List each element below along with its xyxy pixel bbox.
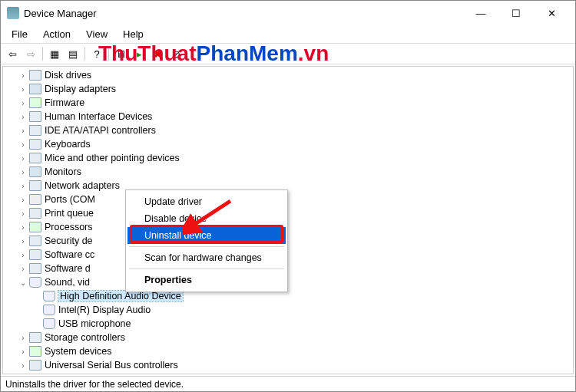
ctx-properties[interactable]: Properties: [127, 272, 286, 288]
expand-icon[interactable]: ›: [18, 334, 28, 342]
tree-item[interactable]: ›Disk drives: [6, 68, 570, 82]
tree-item[interactable]: ›Processors: [6, 220, 570, 234]
menubar: File Action View Help: [1, 25, 575, 43]
expand-icon[interactable]: ›: [18, 223, 28, 232]
expand-icon[interactable]: ›: [18, 99, 28, 107]
expand-icon[interactable]: ›: [18, 265, 28, 273]
window-title: Device Manager: [24, 8, 463, 19]
expand-icon[interactable]: ›: [18, 251, 28, 259]
tree-item[interactable]: ›Display adapters: [6, 82, 570, 96]
app-icon: [7, 7, 19, 19]
tree-item[interactable]: ›IDE ATA/ATAPI controllers: [6, 124, 570, 137]
minimize-button[interactable]: —: [463, 1, 498, 25]
status-text: Uninstalls the driver for the selected d…: [5, 379, 184, 390]
tree-item[interactable]: ›Monitors: [6, 165, 570, 179]
context-menu: Update driver Disable device Uninstall d…: [125, 189, 288, 292]
help-button[interactable]: ?: [88, 45, 105, 62]
disable-button[interactable]: ⊘: [167, 45, 184, 62]
tree-item[interactable]: ›Network adapters: [6, 179, 570, 193]
expand-icon[interactable]: ›: [18, 113, 28, 121]
expand-icon[interactable]: ›: [18, 348, 28, 356]
toolbar: ⇦ ⇨ ▦ ▤ ? 🖥 ▸ ✖ ⊘: [1, 43, 575, 64]
expand-icon[interactable]: ›: [18, 168, 28, 176]
expand-icon[interactable]: ›: [18, 127, 28, 135]
expand-icon[interactable]: ›: [18, 154, 28, 163]
back-button[interactable]: ⇦: [4, 45, 21, 62]
maximize-button[interactable]: ☐: [498, 1, 534, 25]
tree-item[interactable]: ›Mice and other pointing devices: [6, 151, 570, 165]
tree-item[interactable]: ›Human Interface Devices: [6, 110, 570, 124]
menu-help[interactable]: Help: [117, 27, 150, 41]
ctx-scan-hardware[interactable]: Scan for hardware changes: [127, 249, 286, 266]
expand-icon[interactable]: ›: [18, 209, 28, 218]
tree-item[interactable]: ›Software cc: [6, 248, 570, 262]
expand-icon[interactable]: ›: [18, 237, 28, 245]
uninstall-button[interactable]: ✖: [149, 45, 166, 62]
device-tree[interactable]: ›Disk drives ›Display adapters ›Firmware…: [2, 66, 574, 374]
tree-item[interactable]: ›System devices: [6, 344, 570, 358]
menu-file[interactable]: File: [5, 27, 34, 41]
tree-item[interactable]: ›Universal Serial Bus controllers: [6, 358, 570, 372]
expand-icon[interactable]: ›: [18, 196, 28, 204]
tree-item-usb-mic[interactable]: USB microphone: [6, 317, 570, 331]
expand-icon[interactable]: ›: [18, 85, 28, 94]
expand-icon[interactable]: ›: [18, 361, 28, 370]
menu-view[interactable]: View: [80, 27, 114, 41]
tree-item[interactable]: ›Security de: [6, 234, 570, 248]
tree-item[interactable]: ›Software d: [6, 262, 570, 275]
ctx-update-driver[interactable]: Update driver: [127, 193, 286, 210]
menu-action[interactable]: Action: [37, 27, 77, 41]
expand-icon[interactable]: ›: [18, 71, 28, 80]
update-driver-button[interactable]: ▸: [131, 45, 147, 62]
tree-item[interactable]: ›Keyboards: [6, 137, 570, 151]
tree-item-hd-audio[interactable]: High Definition Audio Device: [6, 289, 570, 303]
ctx-disable-device[interactable]: Disable device: [127, 210, 286, 227]
show-hide-tree-button[interactable]: ▦: [46, 45, 63, 62]
device-manager-window: Device Manager — ☐ ✕ File Action View He…: [0, 0, 576, 392]
menu-separator: [129, 246, 284, 247]
forward-button[interactable]: ⇨: [22, 45, 39, 62]
menu-separator: [129, 268, 284, 269]
properties-button[interactable]: ▤: [65, 45, 81, 62]
expand-icon[interactable]: ›: [18, 140, 28, 149]
titlebar: Device Manager — ☐ ✕: [1, 1, 575, 25]
tree-item[interactable]: ›Storage controllers: [6, 331, 570, 344]
tree-item[interactable]: ›Print queue: [6, 206, 570, 220]
tree-item-intel-audio[interactable]: Intel(R) Display Audio: [6, 303, 570, 317]
tree-item[interactable]: ›Ports (COM: [6, 193, 570, 206]
close-button[interactable]: ✕: [534, 1, 569, 25]
expand-icon[interactable]: ›: [18, 182, 28, 190]
scan-hardware-button[interactable]: 🖥: [112, 45, 129, 62]
statusbar: Uninstalls the driver for the selected d…: [1, 376, 575, 391]
tree-item-sound[interactable]: ⌄Sound, vid: [6, 275, 570, 289]
collapse-icon[interactable]: ⌄: [18, 278, 28, 287]
ctx-uninstall-device[interactable]: Uninstall device: [127, 227, 286, 244]
tree-item[interactable]: ›Firmware: [6, 96, 570, 110]
